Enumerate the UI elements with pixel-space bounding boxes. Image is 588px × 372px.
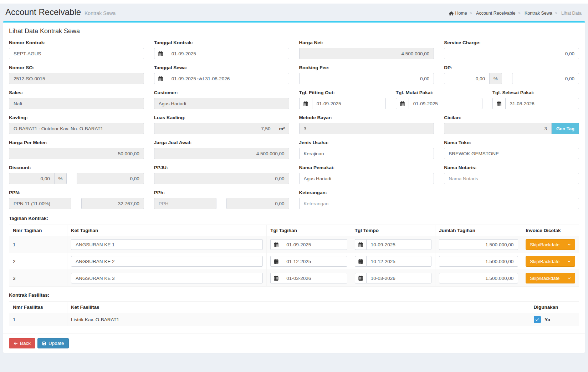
harga-per-meter-input: [9, 148, 144, 159]
pph-type-input: [154, 198, 216, 209]
update-button[interactable]: Update: [37, 338, 69, 348]
nomor-so-input: [9, 73, 144, 84]
booking-fee-input[interactable]: [299, 73, 434, 84]
service-charge-input[interactable]: [444, 48, 579, 59]
nomor-kontrak-label: Nomor Kontrak:: [9, 40, 144, 45]
nomor-kontrak-input[interactable]: [9, 48, 144, 59]
calendar-icon: [492, 98, 505, 109]
jarga-jual-awal-label: Jarga Jual Awal:: [154, 140, 289, 145]
nama-pemakai-input[interactable]: [299, 173, 434, 184]
breadcrumb-home[interactable]: Home: [449, 11, 467, 16]
ket-tagihan-input[interactable]: [71, 256, 263, 267]
fasilitas-header-ket: Ket Fasilitas: [67, 302, 530, 313]
tagihan-header-invoice: Invoice Dicetak: [522, 225, 579, 236]
calendar-icon: [299, 98, 312, 109]
keterangan-input[interactable]: [299, 198, 579, 209]
nama-notaris-label: Nama Notaris:: [444, 165, 579, 170]
table-row: 1 Listrik Kav. O-BARAT1 Ya: [9, 313, 579, 326]
kontrak-fasilitas-table: Nmr Fasilitas Ket Fasilitas Digunakan 1 …: [9, 301, 579, 326]
back-button[interactable]: Back: [9, 338, 35, 348]
harga-per-meter-label: Harga Per Meter:: [9, 140, 144, 145]
fasilitas-row-ket: Listrik Kav. O-BARAT1: [67, 313, 530, 326]
save-icon: [42, 341, 46, 346]
pph-label: PPh:: [154, 190, 289, 195]
jumlah-tagihan-input[interactable]: [439, 273, 518, 283]
harga-net-label: Harga Net:: [299, 40, 434, 45]
dp-amount-input[interactable]: [512, 73, 579, 84]
luas-kavling-label: Luas Kavling:: [154, 115, 289, 120]
page-subtitle: Kontrak Sewa: [85, 10, 116, 16]
customer-input: [154, 98, 289, 109]
tagihan-kontrak-label: Tagihan Kontrak:: [9, 216, 579, 221]
tgl-tempo-input[interactable]: [366, 256, 432, 267]
tanggal-sewa-input[interactable]: [167, 73, 289, 84]
box-footer: Back Update: [3, 333, 585, 353]
ppn-amount-input: [81, 198, 144, 209]
jenis-usaha-input[interactable]: [299, 148, 434, 159]
metode-bayar-input: [299, 123, 434, 134]
nama-toko-label: Nama Toko:: [444, 140, 579, 145]
kontrak-fasilitas-label: Kontrak Fasilitas:: [9, 292, 579, 298]
invoice-dicetak-value: Skip/Backdate: [530, 259, 559, 264]
tgl-selesai-pakai-input[interactable]: [505, 98, 579, 109]
dp-percent-input[interactable]: [444, 73, 490, 84]
home-icon: [449, 11, 454, 16]
booking-fee-label: Booking Fee:: [299, 65, 434, 70]
tgl-mulai-pakai-label: Tgl. Mulai Pakai:: [396, 90, 482, 95]
table-row: 2: [9, 253, 579, 270]
invoice-dicetak-select[interactable]: Skip/Backdate: [526, 239, 575, 250]
tagihan-header-ket: Ket Tagihan: [67, 225, 266, 236]
tgl-tagihan-input[interactable]: [282, 239, 347, 250]
jenis-usaha-label: Jenis Usaha:: [299, 140, 434, 145]
box-title: Lihat Data Kontrak Sewa: [9, 27, 579, 35]
tgl-mulai-pakai-input[interactable]: [409, 98, 482, 109]
tanggal-kontrak-input[interactable]: [167, 48, 289, 59]
pph-amount-input: [226, 198, 289, 209]
tagihan-kontrak-table: Nmr Tagihan Ket Tagihan Tgl Tagihan Tgl …: [9, 225, 579, 287]
discount-label: Discount:: [9, 165, 144, 170]
chevron-down-icon: [567, 260, 571, 263]
jumlah-tagihan-input[interactable]: [439, 239, 518, 250]
page-title: Account Receivable: [5, 7, 81, 17]
calendar-icon: [270, 239, 282, 250]
digunakan-checkbox[interactable]: [534, 316, 541, 323]
kontrak-sewa-box: Lihat Data Kontrak Sewa Nomor Kontrak: T…: [3, 21, 585, 353]
service-charge-label: Service Charge:: [444, 40, 579, 45]
jumlah-tagihan-input[interactable]: [439, 256, 518, 267]
invoice-dicetak-select[interactable]: Skip/Backdate: [526, 256, 575, 267]
nama-notaris-input[interactable]: [444, 173, 579, 184]
tgl-fitting-out-input[interactable]: [312, 98, 386, 109]
cicilan-label: Cicilan:: [444, 115, 579, 120]
tgl-tempo-input[interactable]: [366, 273, 432, 283]
invoice-dicetak-value: Skip/Backdate: [530, 276, 559, 281]
keterangan-label: Keterangan:: [299, 190, 579, 195]
calendar-icon: [154, 73, 167, 84]
gen-tag-button[interactable]: Gen Tag: [552, 123, 579, 134]
tgl-tagihan-input[interactable]: [282, 256, 347, 267]
cicilan-input: [444, 123, 552, 134]
invoice-dicetak-select[interactable]: Skip/Backdate: [526, 273, 575, 283]
fasilitas-header-digunakan: Digunakan: [530, 302, 579, 313]
breadcrumb: Home Account Receivable Kontrak Sewa Lih…: [449, 11, 582, 16]
calendar-icon: [270, 273, 282, 283]
sales-label: Sales:: [9, 90, 144, 95]
tanggal-sewa-label: Tanggal Sewa:: [154, 65, 289, 70]
box-body: Nomor Kontrak: Tanggal Kontrak: Harga Ne…: [3, 37, 585, 333]
tgl-selesai-pakai-label: Tgl. Selesai Pakai:: [492, 90, 579, 95]
tgl-tempo-input[interactable]: [366, 239, 432, 250]
tagihan-row-number: 3: [9, 270, 67, 287]
breadcrumb-kontrak-sewa[interactable]: Kontrak Sewa: [516, 11, 552, 16]
check-icon: [535, 318, 539, 322]
breadcrumb-lihat-data: Lihat Data: [552, 11, 582, 16]
nama-toko-input[interactable]: [444, 148, 579, 159]
harga-net-input: [299, 48, 434, 59]
table-row: 3: [9, 270, 579, 287]
ket-tagihan-input[interactable]: [71, 273, 263, 283]
breadcrumb-account-receivable[interactable]: Account Receivable: [467, 11, 516, 16]
tgl-tagihan-input[interactable]: [282, 273, 347, 283]
kavling-input: [9, 123, 144, 134]
ppn-label: PPN:: [9, 190, 144, 195]
update-button-label: Update: [48, 341, 64, 346]
ket-tagihan-input[interactable]: [71, 239, 263, 250]
chevron-down-icon: [567, 243, 571, 246]
